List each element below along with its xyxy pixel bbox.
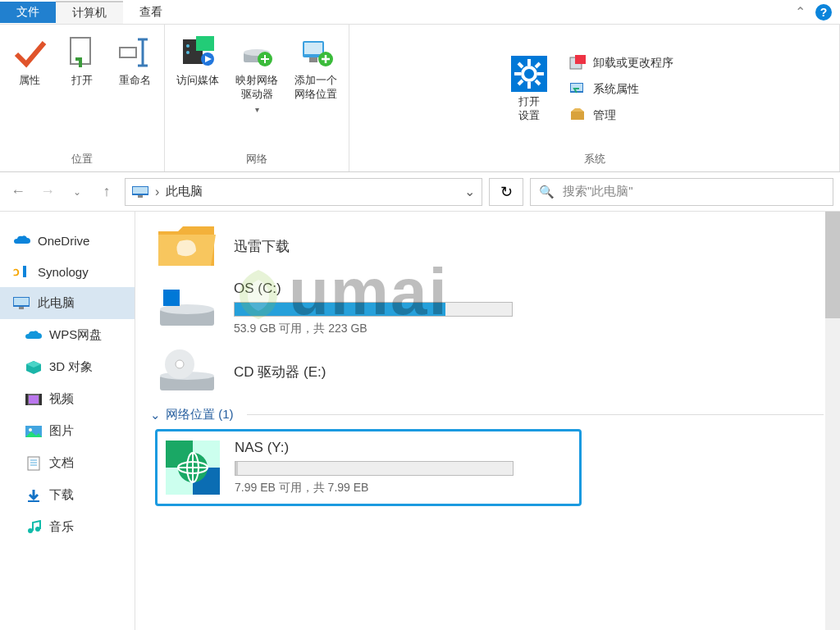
manage-label: 管理 bbox=[593, 108, 616, 123]
sidebar-documents[interactable]: 文档 bbox=[0, 447, 135, 479]
collapse-ribbon-icon[interactable]: ⌃ bbox=[795, 4, 806, 20]
search-icon: 🔍 bbox=[539, 185, 555, 199]
folder-icon bbox=[155, 220, 219, 272]
sidebar-wps[interactable]: WPS网盘 bbox=[0, 319, 135, 351]
tab-computer[interactable]: 计算机 bbox=[56, 1, 123, 24]
crumb-sep: › bbox=[155, 185, 159, 199]
gear-icon bbox=[511, 56, 547, 92]
properties-label: 属性 bbox=[19, 74, 40, 88]
drive-label: CD 驱动器 (E:) bbox=[234, 363, 326, 381]
address-input[interactable]: › 此电脑 ⌄ bbox=[125, 178, 482, 206]
drive-os-c[interactable]: OS (C:) 53.9 GB 可用，共 223 GB bbox=[155, 281, 824, 336]
ribbon-group-location: 属性 打开 重命名 位置 bbox=[0, 25, 165, 171]
address-dropdown-icon[interactable]: ⌄ bbox=[464, 184, 475, 199]
svg-rect-14 bbox=[304, 43, 322, 54]
open-settings-button[interactable]: 打开 设置 bbox=[508, 52, 550, 126]
map-drive-button[interactable]: 映射网络 驱动器 ▾ bbox=[232, 31, 281, 117]
map-drive-label: 映射网络 驱动器 bbox=[235, 74, 278, 102]
content-pane: 迅雷下载 OS (C:) 53.9 GB 可用，共 223 GB CD 驱动器 … bbox=[135, 212, 840, 630]
section-network-locations[interactable]: ⌄ 网络位置 (1) bbox=[150, 407, 824, 422]
sidebar-synology[interactable]: ɔSynology bbox=[0, 256, 135, 287]
tab-view[interactable]: 查看 bbox=[123, 2, 179, 23]
ribbon-tabs: 文件 计算机 查看 ⌃ ? bbox=[0, 0, 840, 25]
svg-point-6 bbox=[186, 44, 189, 48]
up-button[interactable]: ↑ bbox=[95, 180, 118, 203]
back-button[interactable]: ← bbox=[7, 180, 30, 203]
sidebar-3d-objects[interactable]: 3D 对象 bbox=[0, 351, 135, 383]
system-properties-button[interactable]: 系统属性 bbox=[568, 80, 673, 98]
svg-point-7 bbox=[186, 51, 189, 54]
add-location-label: 添加一个 网络位置 bbox=[294, 74, 337, 102]
sidebar-label: WPS网盘 bbox=[49, 327, 102, 343]
onedrive-icon bbox=[13, 233, 31, 248]
svg-rect-58 bbox=[163, 298, 171, 305]
svg-rect-39 bbox=[19, 307, 24, 309]
svg-rect-38 bbox=[14, 298, 29, 305]
svg-rect-33 bbox=[133, 187, 148, 194]
chevron-down-icon: ▾ bbox=[255, 105, 259, 114]
drive-cd-e[interactable]: CD 驱动器 (E:) bbox=[155, 348, 824, 395]
help-icon[interactable]: ? bbox=[815, 4, 832, 21]
svg-text:ɔ: ɔ bbox=[13, 265, 20, 278]
documents-icon bbox=[25, 456, 43, 471]
svg-rect-34 bbox=[138, 195, 143, 198]
drive-nas-y[interactable]: NAS (Y:) 7.99 EB 可用，共 7.99 EB bbox=[155, 429, 582, 506]
open-button[interactable]: 打开 bbox=[61, 31, 103, 91]
folder-xunlei[interactable]: 迅雷下载 bbox=[155, 220, 824, 272]
synology-icon: ɔ bbox=[13, 264, 31, 279]
access-media-button[interactable]: 访问媒体 bbox=[173, 31, 222, 91]
sidebar: OneDrive ɔSynology 此电脑 WPS网盘 3D 对象 视频 图片… bbox=[0, 212, 135, 630]
svg-rect-43 bbox=[29, 395, 39, 404]
sidebar-label: 视频 bbox=[49, 391, 74, 407]
svg-rect-46 bbox=[28, 457, 39, 470]
chevron-down-icon: ⌄ bbox=[150, 408, 161, 422]
uninstall-button[interactable]: 卸载或更改程序 bbox=[568, 54, 673, 72]
ribbon-group-system: 打开 设置 卸载或更改程序 系统属性 管理 系统 bbox=[349, 25, 840, 171]
address-text: 此电脑 bbox=[166, 184, 458, 199]
svg-point-63 bbox=[176, 360, 184, 368]
sidebar-onedrive[interactable]: OneDrive bbox=[0, 225, 135, 256]
scrollbar[interactable] bbox=[825, 212, 840, 630]
tab-file[interactable]: 文件 bbox=[0, 2, 56, 23]
videos-icon bbox=[25, 392, 43, 407]
refresh-button[interactable]: ↻ bbox=[489, 178, 523, 206]
rename-button[interactable]: 重命名 bbox=[113, 31, 156, 91]
forward-button[interactable]: → bbox=[36, 180, 59, 203]
objects3d-icon bbox=[25, 360, 43, 375]
properties-button[interactable]: 属性 bbox=[8, 31, 51, 91]
sidebar-this-pc[interactable]: 此电脑 bbox=[0, 287, 135, 319]
group-location-label: 位置 bbox=[71, 147, 93, 168]
group-network-label: 网络 bbox=[246, 147, 267, 168]
svg-rect-15 bbox=[309, 57, 317, 62]
manage-button[interactable]: 管理 bbox=[568, 107, 673, 125]
scroll-thumb[interactable] bbox=[825, 212, 840, 318]
drive-usage-bar bbox=[235, 461, 514, 476]
downloads-icon bbox=[25, 488, 43, 503]
sidebar-music[interactable]: 音乐 bbox=[0, 511, 135, 543]
svg-rect-31 bbox=[571, 112, 584, 120]
add-location-button[interactable]: 添加一个 网络位置 bbox=[291, 31, 340, 105]
recent-dropdown[interactable]: ⌄ bbox=[66, 180, 89, 203]
drive-free-text: 7.99 EB 可用，共 7.99 EB bbox=[235, 481, 514, 495]
open-icon bbox=[64, 34, 100, 71]
sidebar-label: 3D 对象 bbox=[49, 359, 93, 375]
rename-icon bbox=[116, 34, 153, 71]
address-bar: ← → ⌄ ↑ › 此电脑 ⌄ ↻ 🔍 搜索"此电脑" bbox=[0, 172, 840, 212]
sidebar-pictures[interactable]: 图片 bbox=[0, 415, 135, 447]
drive-label: OS (C:) bbox=[234, 281, 513, 297]
search-box[interactable]: 🔍 搜索"此电脑" bbox=[530, 178, 833, 206]
folder-label: 迅雷下载 bbox=[234, 237, 290, 256]
svg-rect-42 bbox=[39, 394, 42, 405]
sidebar-videos[interactable]: 视频 bbox=[0, 383, 135, 415]
access-media-icon bbox=[180, 34, 216, 71]
svg-point-45 bbox=[29, 428, 32, 431]
search-placeholder: 搜索"此电脑" bbox=[563, 184, 633, 199]
system-properties-icon bbox=[568, 80, 587, 98]
group-system-label: 系统 bbox=[584, 147, 605, 168]
sidebar-label: 文档 bbox=[49, 455, 74, 471]
sidebar-label: Synology bbox=[38, 265, 89, 279]
wps-icon bbox=[25, 328, 43, 343]
svg-rect-36 bbox=[23, 266, 26, 277]
section-label: 网络位置 (1) bbox=[166, 407, 234, 422]
sidebar-downloads[interactable]: 下载 bbox=[0, 479, 135, 511]
